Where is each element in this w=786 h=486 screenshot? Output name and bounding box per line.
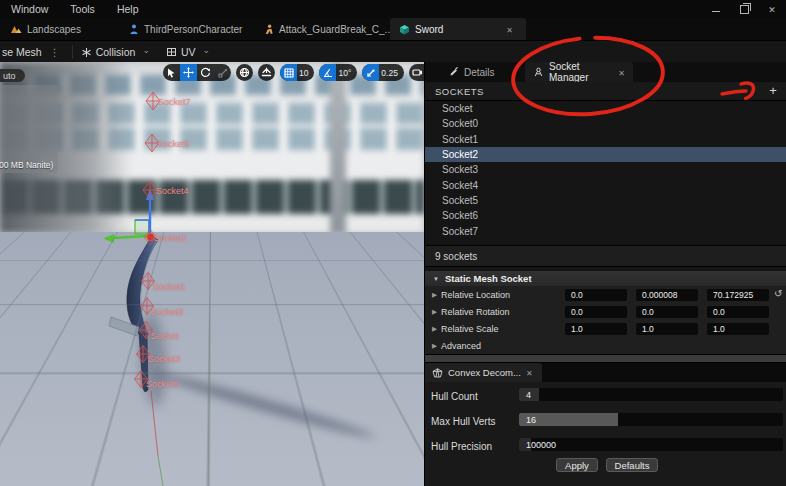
convex-body: Hull Count 4 Max Hull Verts 16 Hull Prec… — [425, 382, 786, 486]
rotation-snap-toggle[interactable] — [319, 64, 336, 81]
surface-snap-toggle[interactable] — [258, 64, 275, 81]
socket-label: Socket2 — [154, 233, 187, 243]
rotation-x-field[interactable]: 0.0 — [565, 306, 627, 318]
gizmo-plane-handle[interactable] — [135, 220, 149, 234]
tab-label: Convex Decom... — [448, 367, 521, 378]
scale-snap-control: 0.25 — [362, 64, 404, 81]
tab-convex-decomposition[interactable]: Convex Decom... — [425, 363, 542, 382]
panel-splitter[interactable] — [425, 354, 786, 363]
title-bar: Window Tools Help — [0, 0, 786, 18]
hull-precision-value: 100000 — [526, 438, 556, 451]
grid-snap-value[interactable]: 10 — [297, 68, 314, 78]
tab-attack-guardbreak[interactable]: Attack_GuardBreak_C_... — [255, 18, 402, 40]
hull-count-slider[interactable]: 4 — [519, 388, 783, 401]
socket-list-item[interactable]: Socket5 — [425, 193, 786, 208]
panel-tab-bar: Details Socket Manager — [425, 62, 786, 82]
landscape-icon — [11, 24, 22, 34]
relative-location-row: ▶ Relative Location 0.0 0.000008 70.1729… — [425, 286, 786, 304]
socket-list: Socket Socket0 Socket1 Socket2 Socket3 S… — [425, 101, 786, 239]
grid-snap-toggle[interactable] — [280, 64, 297, 81]
scale-snap-value[interactable]: 0.25 — [379, 68, 404, 78]
tab-sword[interactable]: Sword — [390, 18, 526, 40]
menu-help[interactable]: Help — [106, 0, 150, 18]
socket-list-item[interactable]: Socket6 — [425, 208, 786, 223]
expander-icon[interactable]: ▶ — [432, 308, 437, 316]
advanced-row[interactable]: ▶ Advanced — [425, 337, 786, 355]
tab-close-icon[interactable] — [526, 367, 533, 378]
camera-speed-control: 4 — [409, 64, 424, 81]
world-space-toggle[interactable] — [236, 64, 253, 81]
location-z-field[interactable]: 70.172925 — [707, 289, 769, 301]
reset-to-default-icon[interactable]: ↺ — [774, 288, 782, 299]
uv-icon — [166, 47, 177, 58]
rotate-tool-button[interactable] — [197, 64, 214, 81]
select-tool-button[interactable] — [163, 64, 180, 81]
uv-dropdown[interactable]: UV — [158, 41, 218, 63]
kebab-menu-icon[interactable]: ⋮ — [46, 47, 64, 58]
hull-precision-slider[interactable]: 100000 — [519, 438, 783, 451]
socket-list-item[interactable]: Socket — [425, 101, 786, 116]
rotation-snap-control: 10° — [319, 64, 357, 81]
scale-y-field[interactable]: 1.0 — [636, 323, 698, 335]
hull-count-value: 4 — [526, 388, 531, 401]
defaults-button[interactable]: Defaults — [606, 458, 658, 472]
viewport[interactable]: Socket7 Socket5 Socket4 Socket2 Socket1 … — [0, 62, 424, 486]
location-y-field[interactable]: 0.000008 — [636, 289, 698, 301]
tab-thirdpersoncharacter[interactable]: ThirdPersonCharacter — [120, 18, 251, 40]
socket-list-item[interactable]: Socket4 — [425, 177, 786, 192]
close-button[interactable] — [758, 0, 786, 18]
scale-x-field[interactable]: 1.0 — [565, 323, 627, 335]
gizmo-y-axis[interactable] — [113, 236, 147, 238]
tab-landscapes[interactable]: Landscapes — [2, 18, 90, 40]
apply-button[interactable]: Apply — [556, 458, 598, 472]
socket-list-item[interactable]: Socket1 — [425, 132, 786, 147]
editor-toolbar: se Mesh ⋮ Collision UV — [0, 40, 786, 63]
scale-snap-toggle[interactable] — [362, 64, 379, 81]
move-tool-button[interactable] — [180, 64, 197, 81]
camera-speed-icon[interactable] — [409, 64, 424, 81]
rotation-z-field[interactable]: 0.0 — [707, 306, 769, 318]
auto-lod-button[interactable]: uto — [0, 69, 25, 82]
socket-label: Socket — [151, 331, 179, 341]
expander-icon: ▶ — [432, 342, 437, 350]
tab-socket-manager[interactable]: Socket Manager — [525, 62, 633, 82]
scale-tool-button[interactable] — [214, 64, 231, 81]
location-x-field[interactable]: 0.0 — [565, 289, 627, 301]
socket-label: Socket4 — [156, 186, 189, 196]
tab-close-icon[interactable] — [506, 24, 513, 35]
property-label: Relative Scale — [441, 324, 499, 334]
base-mesh-button[interactable]: se Mesh ⋮ — [0, 41, 72, 63]
menu-window[interactable]: Window — [0, 0, 59, 18]
tab-details[interactable]: Details — [449, 62, 495, 82]
tab-close-icon[interactable] — [618, 67, 625, 78]
restore-button[interactable] — [730, 0, 758, 18]
tab-label: Attack_GuardBreak_C_... — [279, 24, 393, 35]
convex-tab-row: Convex Decom... — [425, 363, 786, 382]
socket-list-item[interactable]: Socket3 — [425, 162, 786, 177]
mesh-and-gizmo-layer — [0, 62, 424, 486]
tab-label: Socket Manager — [549, 61, 613, 83]
socket-count-bar: 9 sockets — [425, 245, 786, 267]
socket-list-item[interactable]: Socket0 — [425, 116, 786, 131]
sockets-header-label: SOCKETS — [435, 86, 484, 97]
rotation-y-field[interactable]: 0.0 — [636, 306, 698, 318]
rotation-snap-value[interactable]: 10° — [336, 68, 357, 78]
menu-tools[interactable]: Tools — [59, 0, 106, 18]
collision-dropdown[interactable]: Collision — [73, 41, 158, 63]
minimize-button[interactable] — [702, 0, 730, 18]
add-socket-button[interactable]: + — [766, 83, 780, 98]
tab-label: Landscapes — [27, 24, 81, 35]
expander-icon[interactable]: ▶ — [432, 291, 437, 299]
expander-icon[interactable]: ▶ — [432, 325, 437, 333]
socket-label: Socket7 — [158, 97, 191, 107]
socket-list-item-selected[interactable]: Socket2 — [425, 147, 786, 162]
socket-manager-icon — [533, 67, 544, 78]
static-mesh-socket-header[interactable]: ▼ Static Mesh Socket — [425, 271, 786, 286]
scale-z-field[interactable]: 1.0 — [707, 323, 769, 335]
details-icon — [449, 67, 459, 77]
max-hull-verts-slider[interactable]: 16 — [519, 413, 783, 426]
socket-label: Socket5 — [157, 139, 190, 149]
socket-label: Socket3 — [148, 354, 181, 364]
socket-label: Socket6 — [146, 379, 179, 389]
socket-list-item[interactable]: Socket7 — [425, 223, 786, 238]
